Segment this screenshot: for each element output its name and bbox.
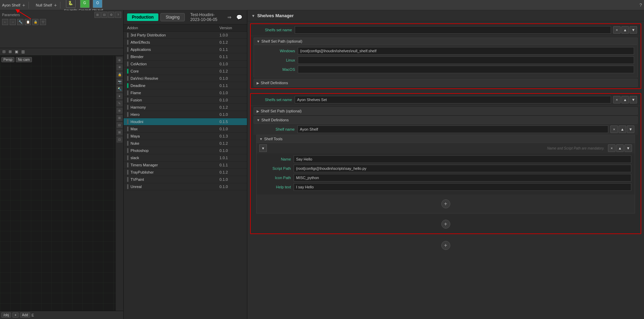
node-path-btn[interactable]: /obj — [1, 312, 11, 318]
edit-node-btn[interactable]: Add — [20, 312, 30, 318]
params-toolbar-5[interactable]: 🔒 — [32, 19, 38, 25]
vp-icon-7[interactable]: ✎ — [116, 100, 123, 107]
addon-row[interactable]: 3rd Party Distribution1.0.0 — [124, 32, 247, 39]
shelf-set-1-down-btn[interactable]: ▼ — [630, 26, 637, 34]
params-toolbar-2[interactable]: → — [10, 19, 16, 25]
shelf-set-2-path-header[interactable]: ▶ Shelf Set Path (optional) — [253, 107, 638, 115]
tool-icon-input[interactable] — [294, 174, 631, 182]
addon-version: 0.1.1 — [219, 47, 244, 52]
addon-row[interactable]: Nuke0.1.2 — [124, 140, 247, 147]
vp-icon-11[interactable]: ⊠ — [116, 129, 123, 135]
addon-row[interactable]: Core0.1.2 — [124, 68, 247, 75]
shelf-set-1-x-btn[interactable]: × — [613, 26, 621, 34]
shelf-set-1-header: Shelfs set name × ▲ ▼ — [251, 24, 641, 36]
addon-row[interactable]: DaVinci Resolve0.1.0 — [124, 75, 247, 82]
shelf-set-1-path-header[interactable]: ▼ Shelf Set Path (optional) — [253, 37, 638, 45]
defs2-collapse-icon: ▼ — [257, 118, 260, 122]
add-tool-btn[interactable]: + — [441, 199, 450, 208]
params-toolbar-6[interactable]: ▽ — [40, 19, 46, 25]
viewport-collapse-btn[interactable]: ⊟ — [1, 49, 7, 54]
persp-btn[interactable]: Persp — [1, 57, 14, 62]
addon-row[interactable]: CelAction0.1.0 — [124, 60, 247, 68]
vp-icon-5[interactable]: 🔦 — [116, 86, 123, 92]
addon-row[interactable]: Flame0.1.0 — [124, 89, 247, 97]
null-shelf-plus-btn[interactable]: + — [54, 2, 57, 8]
help-button[interactable]: ? — [640, 2, 642, 8]
shelf-tools-header[interactable]: ▼ Shelf Tools — [257, 135, 635, 143]
params-icon-2[interactable]: ⊟ — [101, 12, 108, 18]
header-chat-icon[interactable]: 💬 — [235, 14, 244, 21]
shelf-name-up-btn[interactable]: ▲ — [619, 125, 626, 133]
vp-icon-10[interactable]: ⊟ — [116, 122, 123, 128]
tool-help-input[interactable] — [294, 183, 631, 191]
addon-row[interactable]: slack1.0.1 — [124, 154, 247, 162]
addon-row[interactable]: Timers Manager0.1.1 — [124, 162, 247, 169]
addon-row[interactable]: Harmony0.1.2 — [124, 104, 247, 111]
addon-row[interactable]: Deadline0.1.1 — [124, 82, 247, 89]
say-hello-icon-btn[interactable]: 🐍 — [66, 0, 76, 8]
vp-icon-3[interactable]: 🔒 — [116, 72, 123, 78]
add-node-btn[interactable]: + — [12, 312, 19, 318]
staging-btn[interactable]: Staging — [160, 13, 185, 21]
addon-row[interactable]: Fusion0.1.0 — [124, 97, 247, 104]
production-btn[interactable]: Production — [127, 13, 158, 21]
geo-null-icon-btn[interactable]: G — [80, 0, 90, 8]
tool-name-input[interactable] — [294, 155, 631, 163]
addon-version: 0.1.1 — [219, 55, 244, 59]
add-shelf-set-btn[interactable]: + — [441, 241, 450, 250]
macos-path-input[interactable] — [298, 66, 634, 73]
params-icon-3[interactable]: ⚙ — [108, 12, 114, 18]
shelf-set-2-defs-header[interactable]: ▼ Shelf Definitions — [253, 116, 638, 124]
no-cam-btn[interactable]: No cam — [16, 57, 32, 62]
addon-row[interactable]: Blender0.1.1 — [124, 53, 247, 60]
obj-null-icon-btn[interactable]: O — [93, 0, 102, 8]
tool-x-btn[interactable]: × — [608, 144, 615, 152]
shelf-set-2-down-btn[interactable]: ▼ — [630, 96, 637, 103]
shelf-name-input[interactable] — [297, 125, 608, 133]
params-toolbar-3[interactable]: 🔧 — [17, 19, 23, 25]
vp-icon-6[interactable]: ✦ — [116, 93, 123, 99]
tool-row-header: ▼ Name and Script Path are mandatory. × … — [257, 143, 635, 153]
addon-row[interactable]: Max0.1.0 — [124, 125, 247, 133]
vp-icon-1[interactable]: ⊕ — [116, 57, 123, 63]
vp-icon-9[interactable]: ⊞ — [116, 115, 123, 121]
addon-row[interactable]: Photoshop0.1.0 — [124, 147, 247, 154]
windows-path-input[interactable] — [298, 47, 634, 55]
addon-row[interactable]: Applications0.1.1 — [124, 46, 247, 53]
addon-row[interactable]: TVPaint0.1.0 — [124, 176, 247, 183]
ayon-shelf-plus-btn[interactable]: + — [22, 2, 25, 8]
vp-icon-8[interactable]: ⊛ — [116, 108, 123, 114]
params-toolbar-4[interactable]: 📋 — [25, 19, 31, 25]
tool-down-btn[interactable]: ▼ — [624, 144, 632, 152]
add-shelf-btn[interactable]: + — [441, 220, 450, 229]
vp-icon-12[interactable]: ⊡ — [116, 136, 123, 143]
params-toolbar-1[interactable]: ← — [2, 19, 8, 25]
vp-icon-2[interactable]: 👁 — [116, 64, 123, 70]
addon-row[interactable]: Hiero0.1.0 — [124, 111, 247, 118]
shelf-set-2-name-input[interactable] — [295, 96, 611, 103]
path-collapse-icon: ▼ — [257, 40, 260, 43]
header-export-icon[interactable]: ⇒ — [226, 14, 233, 21]
shelf-set-1-name-input[interactable] — [295, 26, 611, 34]
tool-up-btn[interactable]: ▲ — [616, 144, 624, 152]
addon-row[interactable]: Maya0.1.3 — [124, 133, 247, 140]
tool-row-chevron[interactable]: ▼ — [259, 144, 267, 152]
addon-row[interactable]: Unreal0.1.0 — [124, 183, 247, 190]
viewport-expand-btn[interactable]: ⊞ — [8, 49, 13, 54]
viewport-max-btn[interactable]: ▣ — [14, 49, 19, 54]
shelf-name-down-btn[interactable]: ▼ — [627, 125, 634, 133]
vp-icon-4[interactable]: 📷 — [116, 79, 123, 85]
shelf-set-2-x-btn[interactable]: × — [613, 96, 621, 103]
linux-path-input[interactable] — [298, 56, 634, 64]
shelf-set-2-up-btn[interactable]: ▲ — [621, 96, 629, 103]
shelf-set-1-defs-header[interactable]: ▶ Shelf Definitions — [253, 79, 638, 87]
tool-script-input[interactable] — [294, 165, 631, 172]
addon-row[interactable]: AfterEffects0.1.2 — [124, 39, 247, 46]
addon-row[interactable]: TrayPublisher0.1.2 — [124, 169, 247, 176]
shelf-name-x-btn[interactable]: × — [610, 125, 618, 133]
params-icon-1[interactable]: ⊞ — [94, 12, 101, 18]
shelf-set-1-up-btn[interactable]: ▲ — [621, 26, 629, 34]
addon-row[interactable]: Houdini0.1.5 — [124, 118, 247, 125]
params-icon-4[interactable]: ? — [115, 12, 121, 18]
viewport-split-btn[interactable]: ▥ — [20, 49, 26, 54]
